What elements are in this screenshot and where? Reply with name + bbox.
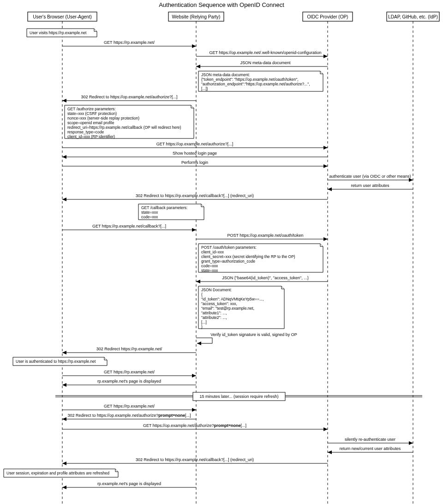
svg-text:[...]}: [...]} <box>201 86 208 91</box>
svg-text:Website (Relying Party): Website (Relying Party) <box>172 14 221 19</box>
msg-get-rp-2: GET https://rp.example.net/ <box>104 370 155 374</box>
svg-text:OIDC Provider (OP): OIDC Provider (OP) <box>307 14 348 19</box>
msg-302-callback-2: 302 Redirect to https://rp.example.net/c… <box>136 457 254 462</box>
svg-text:"access_token": xxx,: "access_token": xxx, <box>201 301 237 306</box>
msg-302-redirect-rp: 302 Redirect https://rp.example.net/ <box>96 347 162 351</box>
svg-text:JSON Document:: JSON Document: <box>201 288 232 292</box>
msg-get-rp: GET https://rp.example.net/ <box>104 40 155 45</box>
actor-op: OIDC Provider (OP) <box>303 12 353 21</box>
msg-302-authorize: 302 Redirect to https://op.example.net/a… <box>81 95 177 99</box>
msg-json-token: JSON {"base64(id_token)", "access_token"… <box>222 276 308 280</box>
svg-text:User is authenticated to https: User is authenticated to https://rp.exam… <box>16 359 96 364</box>
svg-text:code=xxx: code=xxx <box>141 215 158 219</box>
svg-text:redirect_uri=https://rp.exampl: redirect_uri=https://rp.example.net/call… <box>67 125 181 130</box>
msg-get-authorize-prompt-none: GET https://op.example.net/authorize?pro… <box>143 423 246 428</box>
msg-post-token: POST https://op.example.net/oauth/token <box>227 233 304 238</box>
svg-text:Verify id_token signature is v: Verify id_token signature is valid, sign… <box>210 332 297 337</box>
note-token-params: POST /oauth/token parameters: client_id=… <box>198 244 323 273</box>
svg-text:client_secret=xxx (secret iden: client_secret=xxx (secret identifying th… <box>201 254 295 259</box>
svg-text:client_id=xxx (RP identifier): client_id=xxx (RP identifier) <box>67 134 115 139</box>
actor-rp: Website (Relying Party) <box>168 12 224 21</box>
svg-text:POST /oauth/token parameters:: POST /oauth/token parameters: <box>201 245 257 250</box>
svg-text:state=xxx (CSRF protection): state=xxx (CSRF protection) <box>67 111 117 116</box>
svg-text:"attribute1": ...,: "attribute1": ..., <box>201 311 227 315</box>
svg-text:"authorization_endpoint":"http: "authorization_endpoint":"https://op.exa… <box>201 82 310 86</box>
svg-text:GET /callback parameters:: GET /callback parameters: <box>141 205 187 210</box>
svg-text:{"token_endpoint": "https://op: {"token_endpoint": "https://op.example.n… <box>201 77 299 82</box>
note-user-authenticated: User is authenticated to https://rp.exam… <box>13 357 107 366</box>
svg-text:state=xxx: state=xxx <box>141 210 158 215</box>
svg-text:User's Browser (User-Agent): User's Browser (User-Agent) <box>33 14 92 19</box>
msg-get-rp-3: GET https://rp.example.net/ <box>104 404 155 408</box>
msg-return-new-attributes: return new/current user attributes <box>340 446 401 451</box>
msg-return-attributes: return user attributes <box>351 183 389 188</box>
note-session-refreshed: User session, expiration and profile att… <box>4 469 118 477</box>
svg-text:GET /authorize parameters:: GET /authorize parameters: <box>67 107 116 111</box>
msg-get-authorize: GET https://op.example.net/authorize?[..… <box>156 142 233 146</box>
svg-text:{: { <box>201 292 203 297</box>
svg-text:nonce=xxx (server-side replay : nonce=xxx (server-side replay protection… <box>67 116 139 120</box>
diagram-title: Authentication Sequence with OpenID Conn… <box>159 1 284 8</box>
svg-text:scope=openid email profile: scope=openid email profile <box>67 120 114 125</box>
msg-get-callback: GET https://rp.example.net/callback?[...… <box>92 224 166 228</box>
msg-authenticate-user: authenticate user (via OIDC or other mea… <box>329 174 411 179</box>
msg-verify-signature: Verify id_token signature is valid, sign… <box>196 332 297 343</box>
msg-show-login: Show hosted login page <box>173 151 217 156</box>
svg-text:state=xxx: state=xxx <box>201 268 218 273</box>
svg-text:client_id=xxx: client_id=xxx <box>201 250 224 254</box>
svg-text:response_type=code: response_type=code <box>67 130 104 134</box>
svg-text:User visits https://rp.example: User visits https://rp.example.net <box>30 30 87 35</box>
svg-text:"attribute2": ...,: "attribute2": ..., <box>201 315 227 320</box>
svg-text:"id_token": ADNqVMtqKeYp5w==..: "id_token": ADNqVMtqKeYp5w==..., <box>201 297 263 301</box>
svg-text:User session, expiration and p: User session, expiration and profile att… <box>6 471 109 475</box>
msg-302-callback: 302 Redirect to https://rp.example.net/c… <box>136 193 254 198</box>
actor-idp: LDAP, GitHub, etc. (IdP) <box>387 12 439 21</box>
svg-text:code=xxx: code=xxx <box>201 264 218 268</box>
note-json-metadata: JSON meta-data document: {"token_endpoin… <box>198 71 323 91</box>
divider-session-refresh: 15 minutes later... (session require ref… <box>55 392 422 401</box>
svg-text:JSON meta-data document:: JSON meta-data document: <box>201 72 250 77</box>
msg-get-openid-config: GET https://op.example.net/.well-known/o… <box>210 50 322 55</box>
svg-text:[...]: [...] <box>201 320 207 324</box>
note-authorize-params: GET /authorize parameters: state=xxx (CS… <box>65 105 194 139</box>
msg-json-metadata: JSON meta-data document <box>240 60 291 65</box>
svg-text:15 minutes later... (session r: 15 minutes later... (session require ref… <box>199 394 278 399</box>
svg-text:grant_type=authorization_code: grant_type=authorization_code <box>201 259 255 264</box>
msg-302-prompt-none: 302 Redirect to https://op.example.net/a… <box>68 413 191 418</box>
msg-performs-login: Performs login <box>181 160 208 165</box>
msg-page-displayed-2: rp.example.net's page is displayed <box>97 481 161 486</box>
msg-page-displayed: rp.example.net's page is displayed <box>97 379 161 384</box>
note-callback-params: GET /callback parameters: state=xxx code… <box>138 204 204 220</box>
svg-text:"email": "test@rp.example.net,: "email": "test@rp.example.net, <box>201 306 254 311</box>
svg-text:LDAP, GitHub, etc. (IdP): LDAP, GitHub, etc. (IdP) <box>388 14 438 19</box>
svg-text:}: } <box>201 324 203 329</box>
actor-ua: User's Browser (User-Agent) <box>28 12 97 21</box>
note-user-visits: User visits https://rp.example.net <box>27 29 97 37</box>
note-json-document: JSON Document: { "id_token": ADNqVMtqKeY… <box>198 286 284 329</box>
msg-silent-reauth: silently re-authenticate user <box>345 437 395 442</box>
sequence-diagram: Authentication Sequence with OpenID Conn… <box>0 0 443 504</box>
